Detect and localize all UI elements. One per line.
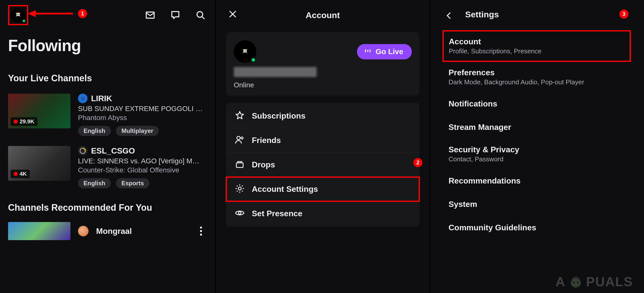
svg-point-5 <box>197 12 203 17</box>
watermark-text-right: PUALS <box>586 274 633 289</box>
channel-name[interactable]: Mongraal <box>96 227 132 236</box>
svg-line-6 <box>202 17 205 19</box>
settings-item-notifications[interactable]: Notifications <box>442 92 631 116</box>
svg-point-1 <box>17 14 18 15</box>
svg-point-17 <box>237 136 240 140</box>
menu-label: Friends <box>252 136 281 145</box>
watermark: A PUALS <box>555 273 633 290</box>
chat-icon[interactable] <box>169 9 182 22</box>
settings-item-community-guidelines[interactable]: Community Guidelines <box>442 216 631 239</box>
menu-label: Drops <box>252 160 275 169</box>
live-channel-row[interactable]: 29.9K LIRIK SUB SUNDAY EXTREME POGGOLI …… <box>8 94 207 136</box>
channel-name[interactable]: ESL_CSGO <box>91 146 135 156</box>
watermark-logo-icon <box>567 273 585 290</box>
settings-title: Community Guidelines <box>449 223 625 232</box>
svg-point-16 <box>367 50 369 51</box>
screen-title: Account <box>306 10 340 20</box>
menu-item-set-presence[interactable]: Set Presence <box>226 201 419 226</box>
go-live-label: Go Live <box>376 47 403 56</box>
presence-status: Online <box>234 81 412 89</box>
settings-item-system[interactable]: System <box>442 193 631 216</box>
go-live-button[interactable]: Go Live <box>357 44 412 59</box>
settings-screen: Settings 3 Account Profile, Subscription… <box>430 0 643 293</box>
menu-item-subscriptions[interactable]: Subscriptions <box>226 104 419 128</box>
stream-title: SUB SUNDAY EXTREME POGGOLI … <box>78 105 207 113</box>
menu-item-account-settings[interactable]: Account Settings <box>226 177 419 201</box>
svg-point-24 <box>577 281 579 283</box>
profile-avatar[interactable] <box>234 40 256 63</box>
presence-dot-icon <box>22 19 26 23</box>
settings-title: Security & Privacy <box>449 145 625 154</box>
channel-avatar[interactable] <box>78 226 89 236</box>
annotation-arrow-1: 1 <box>28 9 80 19</box>
channel-avatar[interactable] <box>78 94 88 103</box>
live-channel-row[interactable]: 4K ESL_CSGO LIVE: SINNERS vs. AGO [Verti… <box>8 146 207 188</box>
annotation-badge-2: 2 <box>413 158 422 167</box>
search-icon[interactable] <box>194 9 207 22</box>
back-icon[interactable] <box>442 9 456 22</box>
settings-title: Stream Manager <box>449 123 625 132</box>
svg-point-0 <box>16 13 20 16</box>
close-icon[interactable] <box>226 8 239 21</box>
stream-tag[interactable]: English <box>78 126 111 136</box>
username-redacted <box>234 67 317 77</box>
settings-item-account[interactable]: Account Profile, Subscriptions, Presence <box>442 30 631 62</box>
profile-avatar-highlight <box>8 5 28 25</box>
annotation-badge-1: 1 <box>78 9 87 18</box>
section-live-channels: Your Live Channels <box>8 73 207 84</box>
svg-point-13 <box>243 50 247 53</box>
settings-subtitle: Contact, Password <box>449 155 625 163</box>
more-options-icon[interactable] <box>200 227 202 236</box>
page-title: Following <box>8 36 207 55</box>
stream-tag[interactable]: Multiplayer <box>116 126 159 136</box>
stream-thumbnail[interactable]: 29.9K <box>8 94 70 128</box>
channel-name[interactable]: LIRIK <box>91 94 112 103</box>
svg-point-2 <box>18 14 19 15</box>
svg-point-23 <box>573 281 575 283</box>
profile-avatar[interactable] <box>11 8 25 22</box>
live-dot-icon <box>14 120 18 124</box>
settings-subtitle: Profile, Subscriptions, Presence <box>449 47 625 55</box>
menu-label: Subscriptions <box>252 111 305 121</box>
stream-tag[interactable]: Esports <box>116 178 149 188</box>
svg-point-14 <box>244 51 245 52</box>
svg-point-8 <box>82 98 82 98</box>
star-icon <box>235 110 245 121</box>
viewer-count: 29.9K <box>20 118 34 125</box>
svg-point-7 <box>80 96 86 101</box>
account-screen: Account Go Live Online S <box>216 0 429 293</box>
live-viewer-pill: 29.9K <box>11 117 37 126</box>
menu-item-drops[interactable]: Drops 2 <box>226 153 419 177</box>
recommended-channel-row[interactable]: Mongraal <box>8 222 207 240</box>
svg-point-9 <box>83 98 84 98</box>
menu-label: Account Settings <box>252 185 318 194</box>
menu-item-friends[interactable]: Friends <box>226 128 419 153</box>
svg-point-15 <box>245 51 246 52</box>
settings-item-recommendations[interactable]: Recommendations <box>442 169 631 193</box>
viewer-count: 4K <box>20 171 27 177</box>
settings-title: Notifications <box>449 99 625 108</box>
menu-label: Set Presence <box>252 209 302 218</box>
svg-marker-4 <box>28 10 36 17</box>
settings-item-preferences[interactable]: Preferences Dark Mode, Background Audio,… <box>442 62 631 92</box>
settings-subtitle: Dark Mode, Background Audio, Pop-out Pla… <box>449 78 625 86</box>
stream-category[interactable]: Counter-Strike: Global Offensive <box>78 166 207 174</box>
drops-icon <box>235 159 245 170</box>
following-screen: 1 Following Your Live Channels <box>0 0 215 293</box>
svg-point-22 <box>571 278 581 287</box>
stream-thumbnail[interactable]: 4K <box>8 146 70 181</box>
stream-thumbnail[interactable] <box>8 222 70 240</box>
inbox-icon[interactable] <box>144 9 157 22</box>
skull-icon <box>14 12 22 18</box>
gear-icon <box>235 184 245 195</box>
settings-item-stream-manager[interactable]: Stream Manager <box>442 116 631 139</box>
broadcast-icon <box>364 47 372 56</box>
stream-title: LIVE: SINNERS vs. AGO [Vertigo] M… <box>78 157 207 165</box>
channel-avatar[interactable] <box>78 146 88 156</box>
stream-category[interactable]: Phantom Abyss <box>78 114 207 122</box>
section-recommended: Channels Recommended For You <box>8 202 207 213</box>
settings-title: System <box>449 200 625 209</box>
settings-item-security[interactable]: Security & Privacy Contact, Password <box>442 139 631 169</box>
live-dot-icon <box>14 172 18 176</box>
stream-tag[interactable]: English <box>78 178 111 188</box>
